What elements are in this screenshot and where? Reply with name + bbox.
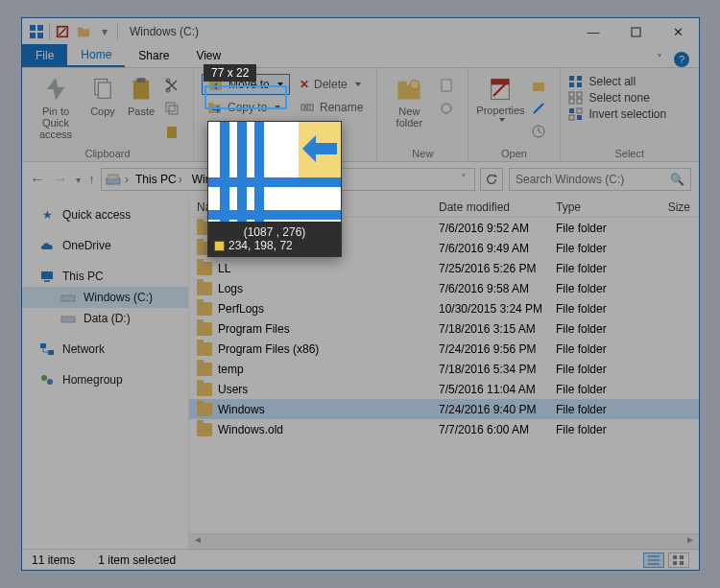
- crumb-this-pc[interactable]: This PC ›: [132, 173, 185, 186]
- svg-rect-41: [577, 108, 582, 113]
- zoom-preview: [208, 122, 341, 222]
- svg-point-53: [47, 379, 53, 385]
- svg-rect-36: [569, 92, 574, 97]
- sidebar-item-c-drive[interactable]: Windows (C:): [22, 287, 188, 308]
- maximize-button[interactable]: [614, 18, 657, 45]
- folder-icon: [197, 423, 212, 436]
- svg-rect-43: [577, 115, 582, 120]
- file-name: LL: [218, 262, 230, 275]
- file-date: 7/6/2016 9:49 AM: [439, 242, 556, 255]
- tab-share[interactable]: Share: [125, 44, 182, 67]
- new-item-icon[interactable]: [437, 76, 456, 95]
- copy-path-icon[interactable]: [162, 99, 181, 118]
- back-button[interactable]: ←: [30, 171, 45, 188]
- folder-icon: [197, 262, 212, 275]
- file-name: Windows.old: [218, 423, 283, 436]
- svg-rect-24: [398, 82, 407, 86]
- svg-rect-33: [577, 76, 582, 81]
- column-date[interactable]: Date modified: [439, 197, 556, 217]
- sidebar-item-d-drive[interactable]: Data (D:): [22, 308, 188, 329]
- file-type: File folder: [556, 383, 648, 396]
- folder-icon: [197, 322, 212, 336]
- svg-rect-11: [136, 78, 145, 82]
- new-folder-button[interactable]: New folder: [385, 72, 433, 146]
- folder-icon: [197, 282, 212, 295]
- tab-file[interactable]: File: [22, 44, 67, 67]
- drive-icon: [106, 172, 121, 187]
- icons-view-button[interactable]: [668, 553, 689, 568]
- svg-rect-32: [569, 76, 574, 81]
- search-input[interactable]: [516, 173, 670, 186]
- paste-shortcut-icon[interactable]: [162, 122, 181, 141]
- svg-rect-16: [167, 127, 177, 138]
- tab-home[interactable]: Home: [67, 44, 125, 67]
- sidebar-item-onedrive[interactable]: OneDrive: [22, 235, 188, 256]
- close-button[interactable]: ✕: [657, 18, 699, 45]
- minimize-button[interactable]: —: [572, 18, 614, 45]
- color-swatch: [214, 241, 225, 251]
- details-view-button[interactable]: [643, 553, 664, 568]
- folder-icon[interactable]: [75, 23, 92, 40]
- open-icon[interactable]: [529, 76, 548, 95]
- svg-rect-7: [632, 28, 640, 36]
- sidebar-item-quick-access[interactable]: ★ Quick access: [22, 204, 188, 225]
- cut-icon[interactable]: [162, 76, 181, 95]
- delete-button[interactable]: ✕ Delete: [294, 74, 369, 95]
- table-row[interactable]: LL7/25/2016 5:26 PMFile folder: [189, 258, 699, 278]
- column-type[interactable]: Type: [556, 197, 648, 217]
- sidebar-item-homegroup[interactable]: Homegroup: [22, 369, 188, 390]
- recent-locations-button[interactable]: ▾: [76, 175, 81, 185]
- select-none-label: Select none: [589, 91, 650, 105]
- svg-rect-5: [78, 29, 89, 36]
- table-row[interactable]: Program Files (x86)7/24/2016 9:56 PMFile…: [189, 339, 699, 359]
- table-row[interactable]: PerfLogs10/30/2015 3:24 PMFile folder: [189, 298, 699, 318]
- sidebar-item-network[interactable]: Network: [22, 339, 188, 360]
- search-box[interactable]: 🔍: [509, 168, 691, 191]
- select-all-button[interactable]: Select all: [568, 75, 667, 88]
- address-dropdown-button[interactable]: ˅: [461, 173, 470, 186]
- properties-button[interactable]: Properties: [476, 72, 524, 146]
- table-row[interactable]: temp7/18/2016 5:34 PMFile folder: [189, 359, 699, 379]
- easy-access-icon[interactable]: [437, 99, 456, 118]
- file-date: 7/7/2016 6:00 AM: [439, 423, 556, 436]
- forward-button[interactable]: →: [53, 171, 68, 188]
- folder-icon: [197, 342, 212, 356]
- edit-icon[interactable]: [529, 99, 548, 118]
- pixel-inspector: (1087 , 276) 234, 198, 72: [207, 121, 342, 257]
- table-row[interactable]: Users7/5/2016 11:04 AMFile folder: [189, 379, 699, 399]
- file-type: File folder: [556, 242, 648, 255]
- paste-button[interactable]: Paste: [124, 72, 158, 146]
- qat-divider-2: [117, 23, 118, 40]
- sidebar-item-this-pc[interactable]: This PC: [22, 266, 188, 287]
- column-size[interactable]: Size: [648, 197, 696, 217]
- select-none-button[interactable]: Select none: [568, 91, 667, 105]
- history-icon[interactable]: [529, 122, 548, 141]
- refresh-button[interactable]: [480, 168, 503, 191]
- select-group-label: Select: [568, 146, 692, 159]
- table-row[interactable]: Logs7/6/2016 9:58 AMFile folder: [189, 278, 699, 298]
- qat-divider: [49, 23, 50, 40]
- qat-menu-caret[interactable]: ▾: [96, 23, 113, 40]
- file-type: File folder: [556, 282, 648, 295]
- table-row[interactable]: Windows.old7/7/2016 6:00 AMFile folder: [189, 419, 699, 439]
- ribbon: Pin to Quick access Copy Paste Clipboard: [22, 68, 699, 162]
- invert-selection-button[interactable]: Invert selection: [568, 107, 667, 121]
- horizontal-scrollbar[interactable]: [189, 533, 699, 549]
- properties-icon[interactable]: [54, 23, 71, 40]
- collapse-ribbon-button[interactable]: ˅: [657, 53, 662, 66]
- up-button[interactable]: ↑: [88, 172, 95, 187]
- ribbon-group-clipboard: Pin to Quick access Copy Paste Clipboard: [22, 68, 193, 161]
- table-row[interactable]: Windows7/24/2016 9:40 PMFile folder: [189, 399, 699, 419]
- table-row[interactable]: Program Files7/18/2016 3:15 AMFile folde…: [189, 318, 699, 339]
- copy-button[interactable]: Copy: [85, 72, 120, 146]
- svg-point-52: [41, 375, 47, 381]
- rename-button[interactable]: ab Rename: [294, 97, 369, 118]
- svg-rect-55: [680, 555, 684, 559]
- new-folder-label: New folder: [396, 106, 423, 129]
- status-selection: 1 item selected: [98, 553, 176, 567]
- pin-to-quick-access-button[interactable]: Pin to Quick access: [30, 72, 82, 146]
- svg-rect-45: [108, 175, 118, 179]
- file-date: 7/6/2016 9:58 AM: [439, 282, 556, 295]
- help-button[interactable]: ?: [674, 52, 689, 67]
- copy-to-button[interactable]: Copy to: [202, 97, 290, 118]
